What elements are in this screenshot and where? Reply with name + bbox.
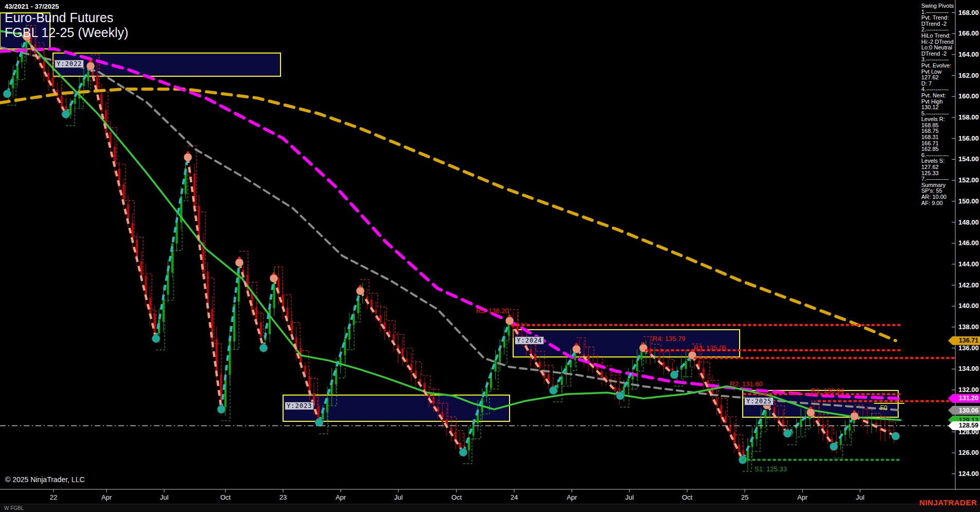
- level-label-R3: R3: 135.05: [694, 344, 727, 352]
- swing-high-marker: [270, 274, 278, 282]
- sma-mid-line: [0, 47, 902, 411]
- time-tick-label[interactable]: Apr: [101, 493, 112, 501]
- time-tick-label[interactable]: Oct: [451, 493, 462, 501]
- time-tick-label[interactable]: Apr: [797, 493, 808, 501]
- price-tick-label[interactable]: 152.00: [958, 176, 979, 184]
- price-tick-label[interactable]: 168.00: [958, 9, 979, 16]
- swing-high-dot: [273, 272, 275, 275]
- swing-low-marker: [830, 442, 838, 451]
- time-tick-label[interactable]: Oct: [220, 493, 231, 501]
- price-chart-canvas[interactable]: F0: [0, 0, 980, 512]
- pivot-panel-line: 127.62: [921, 164, 954, 170]
- ema-fast-line: [0, 49, 898, 399]
- level-label-R4: R4: 135.79: [653, 335, 686, 343]
- swing-high-marker: [356, 287, 364, 295]
- contract-subtitle: FGBL 12-25 (Weekly): [5, 25, 128, 40]
- pivot-panel-line: 168.31: [921, 134, 954, 141]
- swing-high-dot: [575, 343, 578, 346]
- time-tick-label[interactable]: Jul: [394, 493, 403, 501]
- swing-high-marker: [572, 345, 581, 353]
- time-tick-label[interactable]: Apr: [336, 493, 346, 501]
- time-tick-label[interactable]: Oct: [682, 493, 692, 501]
- ninjatrader-logo: NINJATRADER: [919, 498, 977, 507]
- price-tick-label[interactable]: 146.00: [958, 239, 979, 247]
- swing-high-dot: [853, 410, 856, 413]
- pivot-panel-line: 130.12: [921, 105, 954, 111]
- time-tick-label[interactable]: Jul: [625, 493, 634, 501]
- price-tick-label[interactable]: 126.00: [958, 449, 979, 456]
- swing-up-leg: [463, 321, 510, 452]
- pivot-panel-line: AF: 9.00: [921, 200, 954, 207]
- price-tick-label[interactable]: 156.00: [958, 134, 979, 142]
- price-tick-label[interactable]: 124.00: [958, 470, 979, 477]
- swing-high-dot: [238, 257, 241, 259]
- axis-price-marker: 136.71: [948, 336, 980, 345]
- price-tick-label[interactable]: 140.00: [958, 302, 979, 310]
- swing-low-marker: [3, 90, 11, 98]
- price-tick-label[interactable]: 150.00: [958, 197, 979, 205]
- axis-price-marker: 130.06: [948, 406, 980, 415]
- swing-low-marker: [62, 110, 70, 118]
- time-tick-label[interactable]: Apr: [567, 493, 577, 501]
- price-tick-label[interactable]: 160.00: [958, 92, 979, 100]
- hilo-step-line: [743, 417, 767, 471]
- price-tick-label[interactable]: 148.00: [958, 218, 979, 226]
- swing-low-marker: [670, 371, 678, 379]
- swing-high-marker: [184, 153, 192, 161]
- axis-price-marker: 128.59: [948, 421, 980, 430]
- price-tick-label[interactable]: 164.00: [958, 50, 979, 58]
- swing-low-marker: [259, 344, 268, 352]
- swing-up-leg: [156, 157, 188, 338]
- price-tick-label[interactable]: 154.00: [958, 155, 979, 163]
- pivot-panel-line: Lo:0 Neutral: [921, 45, 954, 51]
- price-tick-label[interactable]: 144.00: [958, 260, 979, 268]
- year-box-label: Y:2025: [744, 397, 774, 405]
- time-tick-label[interactable]: 22: [50, 493, 57, 501]
- level-label-S1: S1: 125.33: [755, 465, 787, 473]
- pivot-panel-line: Pvt. Next:: [921, 93, 954, 99]
- price-tick-label[interactable]: 138.00: [958, 323, 979, 331]
- ninjatrader-chart-window: F0 43/2021 - 37/2025 Euro-Bund Futures F…: [0, 0, 980, 512]
- level-label-R1: R1: 130.94: [811, 387, 844, 395]
- price-tick-label[interactable]: 158.00: [958, 113, 979, 121]
- status-instrument-label: W FGBL: [4, 505, 24, 511]
- price-tick-label[interactable]: 132.00: [958, 386, 979, 394]
- price-tick-label[interactable]: 142.00: [958, 281, 979, 289]
- axis-price-marker: 131.20: [948, 394, 980, 403]
- swing-high-dot: [90, 60, 92, 63]
- year-box-label: Y:2024: [515, 336, 544, 345]
- time-tick-label[interactable]: Jul: [856, 493, 865, 501]
- time-tick-label[interactable]: Jul: [160, 493, 169, 501]
- price-tick-label[interactable]: 166.00: [958, 29, 979, 37]
- swing-pivots-info-panel: Swing Pivots1.------------Pvt. Trend:DTr…: [921, 3, 954, 206]
- year-box-label: Y:2022: [55, 60, 84, 68]
- copyright-text: © 2025 NinjaTrader, LLC: [5, 475, 85, 484]
- status-bar: W FGBL NINJATRADER: [0, 504, 980, 512]
- swing-low-marker: [459, 448, 467, 456]
- pivot-panel-line: 127.62: [921, 75, 954, 81]
- swing-low-marker: [616, 391, 624, 400]
- swing-low-marker: [217, 405, 225, 414]
- swing-high-dot: [509, 315, 511, 317]
- swing-down-leg: [188, 157, 221, 409]
- swing-high-dot: [187, 151, 189, 154]
- swing-low-marker: [891, 432, 900, 440]
- price-tick-label[interactable]: 136.00: [958, 344, 979, 352]
- swing-down-leg: [692, 355, 743, 460]
- year-range-box: [513, 330, 740, 357]
- level-label-R2: R2: 131.60: [730, 380, 763, 388]
- time-tick-label[interactable]: 23: [279, 493, 287, 501]
- price-tick-label[interactable]: 162.00: [958, 72, 979, 79]
- swing-high-marker: [850, 412, 859, 420]
- swing-high-marker: [235, 259, 243, 267]
- level-label-R5: R5: 138.20: [476, 307, 509, 315]
- price-tick-label[interactable]: 134.00: [958, 365, 979, 372]
- time-tick-label[interactable]: 25: [741, 493, 748, 501]
- year-box-label: Y:2023: [285, 402, 314, 410]
- swing-high-marker: [86, 62, 95, 70]
- pivot-panel-line: Pvt. Evolve:: [921, 63, 954, 69]
- time-tick-label[interactable]: 24: [511, 493, 518, 501]
- pivot-panel-line: Swing Pivots: [921, 3, 954, 9]
- pivot-panel-line: HiLo Trend:: [921, 33, 954, 39]
- swing-low-marker: [549, 386, 557, 395]
